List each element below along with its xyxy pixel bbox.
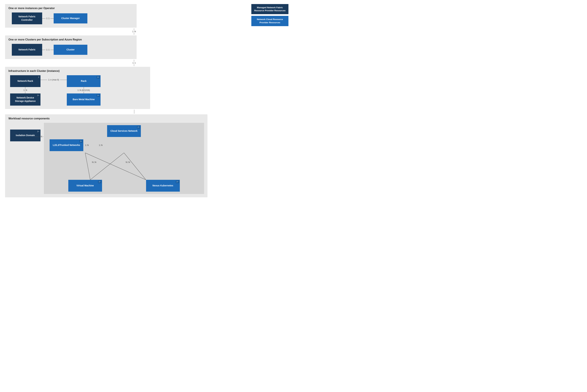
svg-text:N::N: N::N: [126, 161, 130, 164]
node-virtual-machine: 1+ Virtual Machine: [68, 180, 102, 192]
node-nexus-kubernetes: 1+ Nexus Kubernetes: [146, 180, 180, 192]
section4-title: Workload resource components: [8, 117, 204, 120]
svg-line-4: [90, 153, 124, 180]
section3-title: Infrastructure in each Cluster (instance…: [8, 70, 147, 72]
between-s3-s4: [5, 109, 241, 114]
svg-line-2: [85, 153, 90, 180]
section3-left: 1 Network Rack 1::N 1+ Network Device S: [10, 75, 40, 106]
legend-item-cloud: Network Cloud Resource Provider Resource…: [251, 16, 288, 26]
between-s2-s3: 1::1: [5, 59, 241, 67]
node-network-fabric-controller: Network Fabric Controller: [12, 12, 42, 24]
legend-item-managed: Managed Network Fabric Resource Provider…: [251, 4, 288, 14]
node-rack: 1+ Rack: [67, 75, 100, 87]
svg-line-5: [124, 153, 146, 180]
node-cloud-services: 1+ Cloud Services Network: [107, 125, 141, 137]
section-operator: One or more instances per Operator Netwo…: [5, 4, 137, 28]
svg-line-3: [85, 153, 146, 180]
section4-content: 1+ Isolation Domain 1::N: [8, 123, 204, 194]
connector-1to1-sec2: 1::1: [42, 48, 54, 51]
section3-right: 1+ Rack 1::N (8/12/16) 1+ Bare Metal Ma: [67, 75, 100, 106]
section1-content: Network Fabric Controller 1::1 Cluster M…: [8, 12, 133, 24]
connections-svg: N::N N::N: [65, 153, 183, 183]
section1-title: One or more instances per Operator: [8, 7, 133, 10]
node-network-device: 1+ Network Device Storage Appliance: [10, 94, 40, 106]
section4-bottom-row: 1+ Virtual Machine 1+ Nexus Kubernetes: [46, 180, 202, 192]
node-cluster-manager: Cluster Manager: [54, 13, 88, 24]
section4-right: 1+ Cloud Services Network 1+ L2/L3/Trunk…: [44, 123, 204, 194]
section-clusters: One or more Clusters per Subscription an…: [5, 36, 137, 59]
between-s1-s2: 1::N: [5, 28, 241, 36]
node-network-rack: 1 Network Rack: [10, 75, 40, 87]
svg-text:N::N: N::N: [92, 161, 96, 164]
node-bare-metal: 1+ Bare Metal Machine: [67, 94, 100, 106]
section4-left: 1+ Isolation Domain 1::N: [10, 123, 40, 144]
section-workload: Workload resource components 1+ Isolatio…: [5, 114, 208, 197]
node-cluster: Cluster: [54, 45, 88, 55]
section2-content: Network Fabric 1::1 Cluster: [8, 44, 133, 56]
section2-title: One or more Clusters per Subscription an…: [8, 38, 133, 41]
section-infrastructure: Infrastructure in each Cluster (instance…: [5, 67, 150, 109]
node-network-fabric: Network Fabric: [12, 44, 42, 56]
node-l2l3: 1+ L2/L3/Trunked Networks: [50, 139, 83, 151]
connector-rack-to-rack: 1::n (max 8): [40, 78, 67, 81]
legend: Managed Network Fabric Resource Provider…: [251, 4, 288, 26]
section3-content: 1 Network Rack 1::N 1+ Network Device S: [8, 75, 147, 106]
connector-1to1-sec1: 1::1: [42, 17, 54, 20]
diagram-wrapper: One or more instances per Operator Netwo…: [5, 4, 241, 197]
